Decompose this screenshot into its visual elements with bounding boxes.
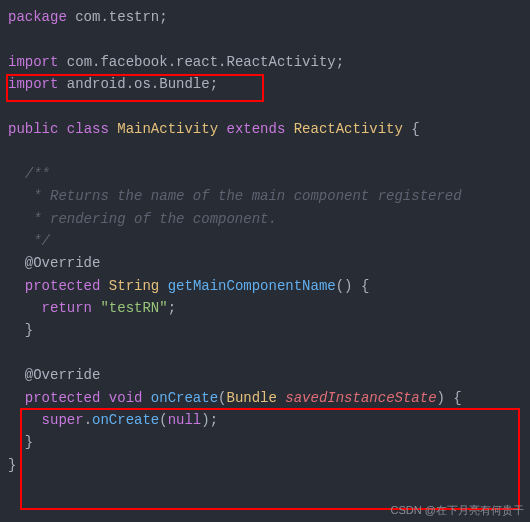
code-line-return: return "testRN"; (8, 297, 530, 319)
code-line-method-2: protected void onCreate(Bundle savedInst… (8, 387, 530, 409)
comment-line: * rendering of the component. (8, 208, 530, 230)
blank-line (8, 96, 530, 118)
code-line-override-1: @Override (8, 252, 530, 274)
blank-line (8, 342, 530, 364)
method-onCreate: onCreate (151, 390, 218, 406)
code-line-class-decl: public class MainActivity extends ReactA… (8, 118, 530, 140)
keyword-package: package (8, 9, 67, 25)
comment-line: * Returns the name of the main component… (8, 185, 530, 207)
parent-class: ReactActivity (294, 121, 403, 137)
code-line-method-1: protected String getMainComponentName() … (8, 275, 530, 297)
class-name: MainActivity (117, 121, 218, 137)
code-line-override-2: @Override (8, 364, 530, 386)
comment-line: /** (8, 163, 530, 185)
pkg-testrn: testrn (109, 9, 159, 25)
annotation-override: @Override (25, 255, 101, 271)
string-literal: "testRN" (100, 300, 167, 316)
code-line-close-brace: } (8, 319, 530, 341)
keyword-import: import (8, 54, 58, 70)
code-line-package: package com.testrn; (8, 6, 530, 28)
param-savedInstanceState: savedInstanceState (285, 390, 436, 406)
code-line-import-1: import com.facebook.react.ReactActivity; (8, 51, 530, 73)
blank-line (8, 140, 530, 162)
pkg-com: com (67, 9, 101, 25)
comment-line: */ (8, 230, 530, 252)
code-line-import-2: import android.os.Bundle; (8, 73, 530, 95)
watermark: CSDN @在下月亮有何贵干 (391, 502, 524, 520)
code-line-close-brace: } (8, 431, 530, 453)
method-getMainComponentName: getMainComponentName (168, 278, 336, 294)
blank-line (8, 28, 530, 50)
code-line-close-brace: } (8, 454, 530, 476)
code-line-super: super.onCreate(null); (8, 409, 530, 431)
